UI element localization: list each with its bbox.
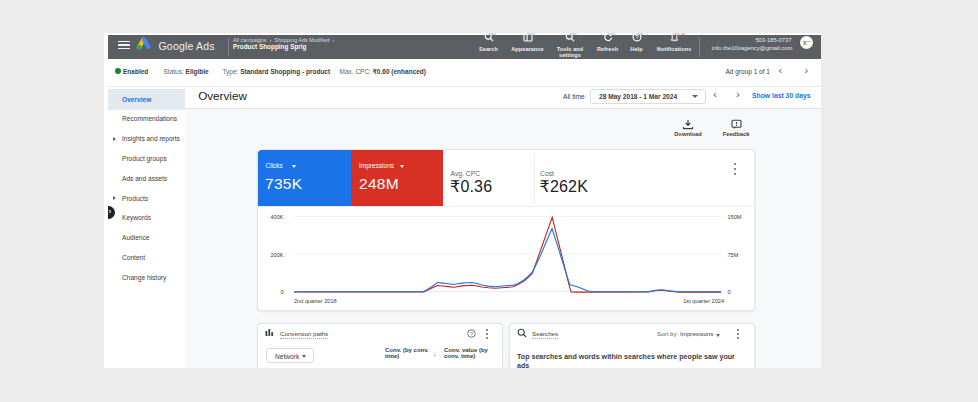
svg-text:?: ? <box>635 35 639 41</box>
svg-text:?: ? <box>469 330 472 336</box>
